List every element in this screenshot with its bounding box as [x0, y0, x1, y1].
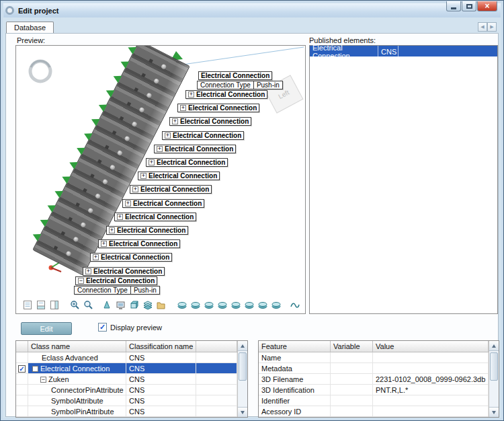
connection-callout[interactable]: +Electrical Connection [185, 90, 267, 99]
feature-header-value[interactable]: Value [373, 341, 489, 352]
class-table-row[interactable]: −ZukenCNS [16, 374, 237, 385]
scroll-up-button[interactable] [489, 341, 499, 351]
expand-icon[interactable]: + [188, 91, 194, 98]
terminal-hole [153, 78, 159, 84]
expand-icon[interactable]: + [172, 118, 178, 124]
page-view-icon[interactable] [22, 300, 33, 310]
connection-callout[interactable]: −Electrical Connection [75, 276, 157, 285]
scrollbar-thumb[interactable] [490, 352, 498, 381]
value-cell [373, 363, 489, 373]
feature-header-feature[interactable]: Feature [259, 341, 331, 352]
row-checkbox[interactable]: ✓ [18, 365, 25, 373]
zoom-in-icon[interactable] [69, 300, 80, 310]
class-header-classification[interactable]: Classification name [126, 341, 196, 352]
standard-view-8-icon[interactable] [271, 300, 282, 310]
standard-view-6-icon[interactable] [244, 300, 255, 310]
value-cell [373, 352, 489, 362]
scrollbar-thumb[interactable] [239, 352, 247, 381]
expand-icon[interactable]: + [132, 186, 138, 192]
feature-table-row[interactable]: 3D Filename2231-0102_0008_0999-0962.3db [259, 374, 489, 385]
class-table-row[interactable]: Eclass AdvancedCNS [16, 352, 237, 363]
expand-icon[interactable]: + [157, 146, 163, 152]
terminal-hole [87, 207, 93, 213]
page-shaded-view-icon[interactable] [49, 300, 60, 310]
callout-label: Electrical Connection [101, 254, 169, 261]
preview-canvas[interactable]: Left Electrical ConnectionConnection Typ… [16, 46, 305, 296]
class-header-name[interactable]: Class name [28, 341, 126, 352]
scroll-down-button[interactable] [489, 407, 499, 417]
feature-table-row[interactable]: Name [259, 352, 489, 363]
class-table-row[interactable]: ✓−Electrical ConnectionCNS [16, 363, 237, 374]
connection-callout[interactable]: +Electrical Connection [162, 131, 244, 140]
expand-icon[interactable]: + [149, 159, 155, 165]
display-preview-checkbox[interactable]: ✓ [98, 323, 107, 332]
class-table-row[interactable]: SymbolAttributeCNS [16, 395, 237, 406]
connection-callout[interactable]: +Electrical Connection [122, 199, 204, 208]
feature-table-row[interactable]: 3D IdentificationPNT.R,L.* [259, 385, 489, 395]
expand-icon[interactable]: + [85, 268, 91, 274]
close-button[interactable]: × [477, 1, 497, 11]
shaded-cube-icon[interactable] [128, 300, 139, 310]
expand-icon[interactable]: + [117, 214, 123, 220]
connection-callout[interactable]: +Electrical Connection [177, 104, 259, 112]
feature-table-row[interactable]: Acessory ID [259, 406, 489, 417]
materials-folder-icon[interactable] [155, 300, 166, 310]
feature-header-variable[interactable]: Variable [331, 341, 373, 352]
connection-callout[interactable]: +Electrical Connection [130, 185, 212, 194]
standard-view-1-icon[interactable] [177, 300, 187, 310]
page-split-view-icon[interactable] [36, 300, 46, 310]
connection-callout[interactable]: +Electrical Connection [138, 171, 220, 180]
published-elements-list[interactable]: Electrical Connection CNS [309, 45, 498, 314]
edit-button[interactable]: Edit [21, 322, 72, 335]
connection-callout[interactable]: +Electrical Connection [114, 213, 196, 221]
class-table-scrollbar[interactable] [237, 341, 247, 417]
feature-table-scrollbar[interactable] [489, 341, 499, 417]
standard-view-3-icon[interactable] [204, 300, 214, 310]
feature-table-row[interactable]: Metadata [259, 363, 489, 374]
expand-icon[interactable]: + [140, 173, 146, 179]
collapse-icon[interactable]: − [32, 366, 38, 372]
zoom-window-icon[interactable] [83, 300, 93, 310]
edit-project-dialog: Edit project × Database Preview: Left [0, 0, 504, 421]
arrow-down-icon [241, 411, 245, 414]
tab-scroll-right-icon[interactable] [487, 22, 497, 32]
connection-callout[interactable]: Electrical Connection [198, 71, 272, 80]
standard-view-5-icon[interactable] [230, 300, 241, 310]
wire-slot [126, 102, 131, 106]
connection-callout[interactable]: +Electrical Connection [90, 253, 172, 262]
expand-icon[interactable]: + [125, 200, 131, 206]
class-table-row[interactable]: ConnectorPinAttributeCNS [16, 385, 237, 395]
expand-icon[interactable]: + [109, 227, 115, 233]
tab-scroll-left-icon[interactable] [478, 22, 487, 32]
minimize-button[interactable] [446, 1, 461, 11]
fit-screen-icon[interactable] [115, 300, 126, 310]
connection-callout[interactable]: +Electrical Connection [146, 158, 228, 167]
collapse-icon[interactable]: − [78, 278, 84, 284]
standard-view-4-icon[interactable] [217, 300, 228, 310]
connection-callout[interactable]: +Electrical Connection [169, 117, 251, 126]
feature-table-row[interactable]: Identifier [259, 395, 489, 406]
expand-icon[interactable]: + [101, 241, 107, 247]
expand-icon[interactable]: + [93, 254, 99, 260]
section-curve-icon[interactable] [290, 300, 300, 310]
expand-icon[interactable]: + [165, 132, 171, 139]
class-table-row[interactable]: SymbolPinAttributeCNS [16, 406, 237, 417]
connection-callout[interactable]: +Electrical Connection [106, 226, 188, 235]
terminal-hole [95, 193, 101, 199]
expand-icon[interactable]: + [180, 105, 186, 111]
scroll-down-button[interactable] [238, 407, 247, 417]
feature-table-header: Feature Variable Value [259, 341, 489, 352]
layers-icon[interactable] [142, 300, 153, 310]
arrow-up-icon [492, 344, 496, 348]
standard-view-7-icon[interactable] [257, 300, 268, 310]
tab-database[interactable]: Database [6, 22, 54, 34]
maximize-button[interactable] [462, 1, 476, 11]
connection-callout[interactable]: +Electrical Connection [154, 145, 236, 153]
standard-view-2-icon[interactable] [190, 300, 201, 310]
connection-callout[interactable]: +Electrical Connection [98, 239, 180, 248]
published-element-row[interactable]: Electrical Connection CNS [310, 46, 497, 56]
connection-callout[interactable]: +Electrical Connection [83, 267, 165, 276]
collapse-icon[interactable]: − [40, 377, 46, 383]
scroll-up-button[interactable] [238, 341, 247, 351]
orient-view-icon[interactable] [101, 300, 112, 310]
